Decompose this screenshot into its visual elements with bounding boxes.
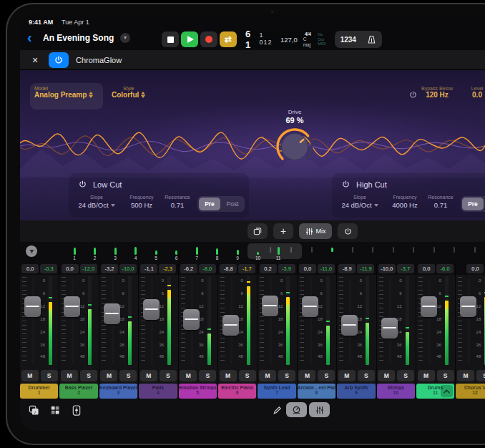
mixer-power-button[interactable] — [338, 223, 358, 239]
stop-button[interactable] — [162, 31, 179, 47]
duplicate-button[interactable] — [248, 223, 268, 239]
mute-button[interactable]: M — [220, 370, 237, 381]
solo-button[interactable]: S — [397, 370, 414, 381]
track-tile[interactable]: Synth Lead 7 — [258, 384, 295, 399]
solo-button[interactable]: S — [41, 370, 58, 381]
fader-handle[interactable] — [341, 315, 358, 336]
mute-button[interactable]: M — [457, 370, 474, 381]
track-tile[interactable]: Bass Player 2 — [59, 384, 97, 399]
bypass-below-control[interactable]: Bypass Below 120 Hz — [415, 86, 459, 99]
fader-value[interactable]: -6,2 — [180, 264, 197, 273]
count-in-button[interactable]: 1234 — [341, 36, 356, 44]
track-tile[interactable]: Drummer 1 — [20, 384, 58, 399]
overview-track[interactable]: 3 — [105, 243, 125, 260]
track-tile[interactable]: Drums 11 — [416, 384, 454, 399]
fader-value[interactable]: -8,9 — [338, 264, 356, 273]
peak-value[interactable]: -11,9 — [357, 264, 374, 273]
solo-button[interactable]: S — [278, 370, 295, 381]
mute-button[interactable]: M — [418, 370, 435, 381]
fader-value[interactable]: 0,0 — [21, 264, 39, 273]
fader-value[interactable]: 0,0 — [466, 264, 484, 273]
fader-handle[interactable] — [421, 296, 437, 317]
overview-track[interactable]: 11 — [268, 243, 288, 260]
overview-track[interactable]: 8 — [207, 243, 227, 260]
track-overview-strip[interactable]: 1 2 3 4 5 6 7 8 9 — [20, 242, 485, 262]
solo-button[interactable]: S — [239, 370, 256, 381]
high-cut-slope[interactable]: Slope 24 dB/Oct — [338, 195, 382, 209]
track-tile[interactable]: Emotion Strings 5 — [179, 384, 217, 399]
solo-button[interactable]: S — [199, 370, 216, 381]
mute-button[interactable]: M — [338, 370, 356, 381]
fader-value[interactable]: -1,1 — [140, 264, 157, 273]
fader-handle[interactable] — [64, 296, 80, 317]
drive-knob[interactable] — [275, 127, 315, 167]
pre-button[interactable]: Pre — [199, 198, 220, 210]
track-tile[interactable]: Pads 4 — [139, 384, 177, 399]
low-cut-resonance[interactable]: Resonance 0.71 — [160, 195, 195, 209]
fader-inspector-button[interactable] — [69, 403, 84, 417]
solo-button[interactable]: S — [160, 370, 177, 381]
fader-value[interactable]: -8,8 — [220, 264, 237, 273]
fader-value[interactable]: -10,0 — [378, 264, 396, 273]
plugins-button[interactable] — [47, 403, 63, 417]
song-title[interactable]: An Evening Song — [43, 33, 114, 43]
cycle-button[interactable]: ⇄ — [220, 31, 237, 47]
controls-view-button[interactable] — [286, 402, 307, 417]
model-selector[interactable]: Model Analog Preamp — [30, 83, 103, 109]
track-tile[interactable]: Electric Piano 6 — [218, 384, 256, 399]
fader-value[interactable]: -3,2 — [101, 264, 118, 273]
solo-button[interactable]: S — [437, 370, 454, 381]
mute-button[interactable]: M — [140, 370, 157, 381]
overview-track[interactable]: 7 — [187, 243, 207, 260]
close-plugin-button[interactable]: × — [29, 54, 41, 67]
overview-track[interactable]: 6 — [167, 243, 187, 260]
browser-button[interactable]: ♪ — [26, 403, 41, 417]
style-selector[interactable]: Style Colorful — [112, 86, 145, 99]
fader-handle[interactable] — [222, 315, 239, 336]
mute-button[interactable]: M — [378, 370, 395, 381]
track-tile[interactable]: Arcade…eet Pad 8 — [298, 384, 335, 399]
metronome-button[interactable] — [367, 35, 376, 44]
mute-button[interactable]: M — [21, 370, 39, 381]
mute-button[interactable]: M — [61, 370, 78, 381]
peak-value[interactable]: -12,0 — [80, 264, 97, 273]
collapse-chevron-button[interactable] — [441, 385, 453, 397]
fader-value[interactable]: 0,0 — [418, 264, 435, 273]
fader-handle[interactable] — [381, 318, 398, 339]
record-button[interactable] — [200, 31, 217, 47]
play-button[interactable] — [181, 31, 198, 47]
high-cut-resonance[interactable]: Resonance 0.71 — [423, 195, 458, 209]
overview-track[interactable]: 10 — [248, 243, 268, 260]
mute-button[interactable]: M — [100, 370, 117, 381]
pre-button[interactable]: Pre — [462, 198, 484, 210]
track-tile[interactable]: Arp Synth 9 — [337, 384, 375, 399]
track-tile[interactable]: Keyboard Player 3 — [99, 384, 137, 399]
peak-value[interactable]: -3,7 — [397, 264, 414, 273]
peak-value[interactable]: -11,0 — [318, 264, 335, 273]
low-cut-slope[interactable]: Slope 24 dB/Oct — [74, 195, 119, 209]
solo-button[interactable]: S — [119, 370, 137, 381]
lcd-display[interactable]: 6 1 1 012 127,0 4/4 C maj No Out MIDI — [240, 31, 328, 48]
fader-handle[interactable] — [183, 309, 200, 330]
low-cut-frequency[interactable]: Frequency 500 Hz — [123, 195, 160, 209]
mixer-view-button[interactable] — [309, 402, 330, 417]
fader-handle[interactable] — [24, 296, 41, 317]
overview-track[interactable]: 2 — [85, 243, 105, 260]
solo-button[interactable]: S — [318, 370, 335, 381]
peak-value[interactable]: -0,3 — [40, 264, 57, 273]
fader-value[interactable]: 0,0 — [299, 264, 316, 273]
track-tile[interactable]: Chorus V 12 — [456, 384, 485, 399]
edit-button[interactable] — [269, 403, 285, 417]
peak-value[interactable]: -8,0 — [199, 264, 216, 273]
high-cut-frequency[interactable]: Frequency 4000 Hz — [386, 195, 423, 209]
back-chevron-icon[interactable]: ‹ — [27, 31, 39, 45]
low-cut-power-icon[interactable] — [79, 178, 87, 191]
overview-track[interactable]: 1 — [64, 243, 84, 260]
peak-value[interactable]: -10,0 — [119, 264, 137, 273]
fader-handle[interactable] — [460, 296, 476, 317]
post-button[interactable]: Post — [222, 198, 243, 210]
overview-track[interactable]: 5 — [146, 243, 166, 260]
mute-button[interactable]: M — [298, 370, 315, 381]
peak-value[interactable]: -1,7 — [238, 264, 255, 273]
solo-button[interactable]: S — [476, 370, 485, 381]
